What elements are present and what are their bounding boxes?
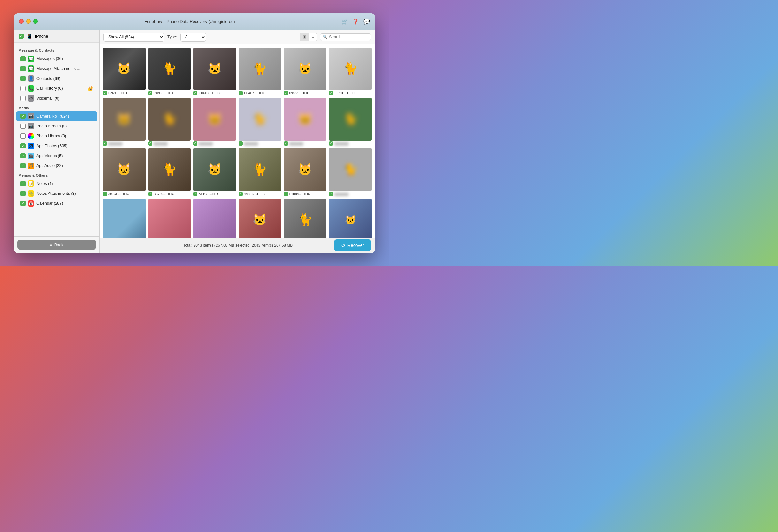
right-panel: Show All (824) Type: All ⊞ ≡ 🔍: [100, 30, 375, 253]
photo-checkbox[interactable]: [239, 192, 243, 196]
photo-thumbnail[interactable]: 🐱: [193, 48, 236, 90]
photo-thumbnail[interactable]: 🐈: [329, 148, 372, 191]
photo-thumbnail[interactable]: 🐱: [103, 98, 146, 141]
grid-view-button[interactable]: ⊞: [300, 33, 309, 41]
photo-item: 🐈 ▓▓▓▓▓▓: [329, 148, 372, 196]
photo-thumbnail[interactable]: 🐱: [284, 98, 327, 141]
sidebar-item-app-videos[interactable]: 🎬 App Videos (5): [16, 151, 97, 161]
photo-checkbox[interactable]: [329, 192, 333, 196]
photo-stream-checkbox[interactable]: [20, 124, 25, 129]
photo-thumbnail[interactable]: 🐈: [239, 148, 281, 191]
calendar-icon: 📅: [28, 200, 34, 207]
photo-library-checkbox[interactable]: [20, 134, 25, 139]
photo-checkbox[interactable]: [148, 91, 152, 95]
photo-checkbox[interactable]: [193, 192, 198, 196]
sidebar-item-messages[interactable]: 💬 Messages (36): [16, 54, 97, 64]
voicemail-label: Voicemail (0): [36, 96, 93, 100]
photo-thumbnail[interactable]: 🐱: [239, 199, 281, 238]
sidebar-item-photo-stream[interactable]: 📷 Photo Stream (0): [16, 121, 97, 131]
notes-checkbox[interactable]: [20, 181, 25, 186]
sidebar-item-photo-library[interactable]: Photo Library (0): [16, 131, 97, 141]
photo-filename: 4A8E5....HEIC: [244, 192, 265, 196]
chat-icon[interactable]: 💬: [364, 18, 370, 24]
app-photos-checkbox[interactable]: [20, 143, 25, 149]
photo-checkbox[interactable]: [284, 91, 288, 95]
titlebar: FonePaw - iPhone Data Recovery (Unregist…: [14, 13, 375, 30]
camera-roll-checkbox[interactable]: [20, 114, 25, 119]
photo-thumbnail[interactable]: [103, 199, 146, 238]
maximize-button[interactable]: [33, 19, 38, 24]
photo-grid-container[interactable]: 🐱 B769F....HEIC 🐈 69BC8...: [100, 45, 375, 238]
photo-checkbox[interactable]: [193, 91, 198, 95]
photo-thumbnail[interactable]: 🐱: [284, 148, 327, 191]
call-history-checkbox[interactable]: [20, 86, 25, 91]
sidebar-item-app-audio[interactable]: 🎵 App Audio (22): [16, 161, 97, 170]
help-icon[interactable]: ❓: [353, 18, 359, 24]
photo-thumbnail[interactable]: 🐈: [329, 98, 372, 141]
sidebar-item-message-attachments[interactable]: 💬 Message Attachments ...: [16, 64, 97, 73]
photo-checkbox[interactable]: [148, 142, 152, 146]
calendar-checkbox[interactable]: [20, 201, 25, 206]
photo-thumbnail[interactable]: 🐈: [148, 148, 191, 191]
messages-checkbox[interactable]: [20, 56, 25, 61]
photo-label: ▓▓▓▓▓▓: [193, 142, 236, 146]
photo-grid: 🐱 B769F....HEIC 🐈 69BC8...: [103, 48, 372, 238]
photo-thumbnail[interactable]: 🐱: [103, 148, 146, 191]
minimize-button[interactable]: [26, 19, 31, 24]
photo-checkbox[interactable]: [329, 142, 333, 146]
sidebar-item-call-history[interactable]: 📞 Call History (0) 👑: [16, 84, 97, 93]
close-button[interactable]: [19, 19, 24, 24]
photo-checkbox[interactable]: [148, 192, 152, 196]
photo-thumbnail[interactable]: 🐱: [193, 148, 236, 191]
photo-thumbnail[interactable]: [193, 199, 236, 238]
device-checkbox[interactable]: [18, 33, 24, 39]
show-all-select[interactable]: Show All (824): [103, 32, 164, 42]
photo-checkbox[interactable]: [103, 91, 107, 95]
contacts-checkbox[interactable]: [20, 76, 25, 81]
type-select[interactable]: All: [180, 32, 206, 42]
photo-thumbnail[interactable]: 🐱: [329, 199, 372, 238]
photo-item: [148, 199, 191, 238]
photo-item: 🐱: [329, 199, 372, 238]
search-input[interactable]: [329, 35, 368, 39]
back-button[interactable]: « Back: [17, 240, 96, 250]
sidebar-item-app-photos[interactable]: 🖼 App Photos (605): [16, 141, 97, 151]
photo-thumbnail[interactable]: 🐈: [329, 48, 372, 90]
sidebar-item-contacts[interactable]: 👤 Contacts (69): [16, 74, 97, 83]
photo-thumbnail[interactable]: 🐈: [148, 98, 191, 141]
photo-thumbnail[interactable]: [148, 199, 191, 238]
photo-thumbnail[interactable]: 🐈: [239, 48, 281, 90]
photo-filename: ▓▓▓▓▓▓: [289, 142, 303, 145]
search-icon: 🔍: [323, 35, 327, 39]
photo-thumbnail[interactable]: 🐱: [284, 48, 327, 90]
app-audio-checkbox[interactable]: [20, 163, 25, 168]
sidebar-item-notes-attachments[interactable]: 📎 Notes Attachments (3): [16, 189, 97, 198]
sidebar-item-voicemail[interactable]: VM Voicemail (0): [16, 93, 97, 103]
iphone-icon: 📱: [26, 33, 32, 39]
sidebar-item-notes[interactable]: 📝 Notes (4): [16, 179, 97, 188]
msg-att-checkbox[interactable]: [20, 66, 25, 71]
photo-thumbnail[interactable]: 🐱: [193, 98, 236, 141]
photo-checkbox[interactable]: [239, 91, 243, 95]
photo-checkbox[interactable]: [103, 192, 107, 196]
photo-checkbox[interactable]: [284, 192, 288, 196]
photo-checkbox[interactable]: [239, 142, 243, 146]
photo-checkbox[interactable]: [193, 142, 198, 146]
sidebar-item-calendar[interactable]: 📅 Calendar (287): [16, 199, 97, 208]
photo-checkbox[interactable]: [284, 142, 288, 146]
sidebar-item-camera-roll[interactable]: 📷 Camera Roll (824): [16, 111, 97, 121]
list-view-button[interactable]: ≡: [309, 33, 316, 41]
voicemail-checkbox[interactable]: [20, 96, 25, 101]
photo-thumbnail[interactable]: 🐈: [239, 98, 281, 141]
photo-thumbnail[interactable]: 🐈: [284, 199, 327, 238]
app-videos-checkbox[interactable]: [20, 153, 25, 158]
photo-thumbnail[interactable]: 🐱: [103, 48, 146, 90]
section-memos-others: Memos & Others: [14, 171, 99, 178]
photo-checkbox[interactable]: [103, 142, 107, 146]
recover-button[interactable]: ↺ Recover: [334, 239, 371, 251]
cart-icon[interactable]: 🛒: [342, 18, 348, 24]
photo-thumbnail[interactable]: 🐈: [148, 48, 191, 90]
photo-item: 🐈 FE31F....HEIC: [329, 48, 372, 95]
photo-checkbox[interactable]: [329, 91, 333, 95]
notes-att-checkbox[interactable]: [20, 191, 25, 196]
